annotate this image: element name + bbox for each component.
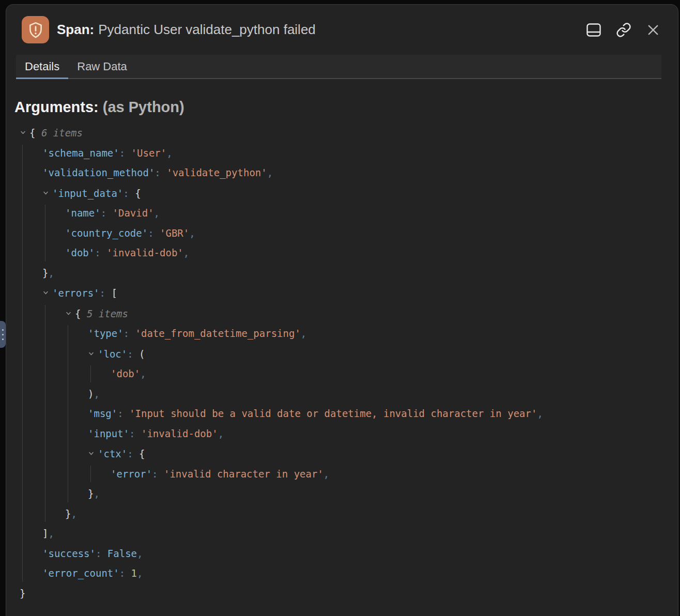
chevron-down-icon[interactable] [65,303,72,324]
tree-line: 'type': 'date_from_datetime_parsing', [14,324,668,344]
tab-details[interactable]: Details [16,55,68,78]
chevron-down-icon[interactable] [88,443,95,464]
details-content: Arguments: (as Python) { 6 items'schema_… [6,79,678,603]
tree: { 6 items'schema_name': 'User','validati… [14,122,668,603]
tree-line: 'name': 'David', [14,203,668,223]
tree-line: 'loc': ( [14,344,668,364]
close-icon[interactable] [645,22,661,38]
chevron-down-icon[interactable] [42,183,49,203]
tree-line: 'ctx': { [14,443,668,464]
dock-bottom-icon[interactable] [585,22,602,38]
tree-children: { 5 items'type': 'date_from_datetime_par… [14,303,668,524]
tree-line: 'input_data': { [14,183,668,204]
tree-line: ), [14,384,668,404]
chevron-down-icon[interactable] [42,283,49,303]
arguments-heading-suffix: (as Python) [103,99,184,115]
tree-children: 'schema_name': 'User','validation_method… [14,143,668,583]
alert-shield-icon [22,16,49,43]
tree-line: 'success': False, [14,544,668,564]
panel-title: Span:Pydantic User validate_python faile… [57,22,585,38]
tree-line: { 6 items [14,122,668,143]
tree-line: }, [14,484,668,504]
chevron-down-icon[interactable] [20,122,26,143]
span-title-text: Pydantic User validate_python failed [98,22,316,37]
tree-children: 'dob', [14,364,668,384]
arguments-heading: Arguments: (as Python) [14,99,668,116]
span-kind-label: Span: [57,22,94,37]
tab-raw-data[interactable]: Raw Data [68,55,136,78]
tree-line: { 5 items [14,303,668,324]
tree-line: ], [14,523,668,544]
tree-line: 'validation_method': 'validate_python', [14,163,668,183]
chevron-down-icon[interactable] [88,344,95,364]
tab-bar: Details Raw Data [16,55,661,79]
tree-line: 'dob', [14,364,668,384]
tree-line: }, [14,263,668,283]
tree-line: 'error': 'invalid character in year', [14,464,668,484]
span-detail-panel: Span:Pydantic User validate_python faile… [6,4,678,616]
tree-line: }, [14,504,668,524]
tree-line: 'schema_name': 'User', [14,143,668,163]
link-icon[interactable] [615,21,632,39]
tree-line: 'error_count': 1, [14,563,668,583]
tree-children: 'name': 'David','country_code': 'GBR','d… [14,203,668,263]
tree-children: 'error': 'invalid character in year', [14,464,668,484]
panel-header: Span:Pydantic User validate_python faile… [6,5,678,55]
tree-children: 'type': 'date_from_datetime_parsing','lo… [14,324,668,504]
header-actions [585,21,661,39]
tree-line: 'errors': [ [14,283,668,303]
tree-line: 'input': 'invalid-dob', [14,424,668,444]
tree-line: 'msg': 'Input should be a valid date or … [14,404,668,424]
tree-line: 'dob': 'invalid-dob', [14,243,668,263]
tree-line: 'country_code': 'GBR', [14,223,668,243]
tree-line: } [14,583,668,604]
panel-resize-handle[interactable] [0,321,6,348]
